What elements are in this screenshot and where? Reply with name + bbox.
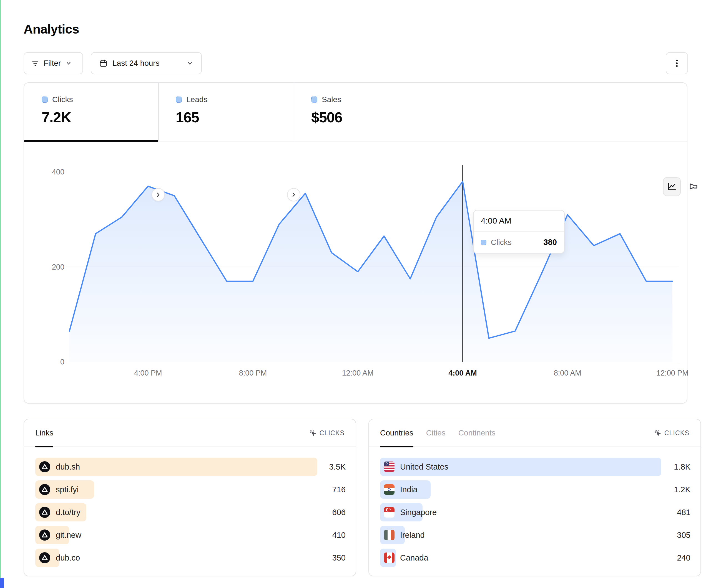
cursor-click-icon <box>309 429 317 437</box>
countries-metric-selector[interactable]: CLICKS <box>654 429 689 437</box>
links-metric-label: CLICKS <box>320 429 345 437</box>
countries-panel: Countries Cities Continents CLICKS Unite… <box>368 419 701 576</box>
tab-continents[interactable]: Continents <box>458 419 496 447</box>
x-axis-tick-label: 4:00 AM <box>448 369 477 377</box>
stats-tabs-row: Clicks 7.2K Leads 165 Sales $506 <box>24 83 687 141</box>
list-item[interactable]: git.new410 <box>35 526 346 544</box>
row-value: 350 <box>332 549 346 567</box>
list-item[interactable]: Canada240 <box>380 549 690 567</box>
x-axis-tick-label: 4:00 PM <box>134 369 162 377</box>
analytics-card: Clicks 7.2K Leads 165 Sales $506 <box>24 82 687 404</box>
tab-continents-label: Continents <box>458 429 496 437</box>
cursor-click-icon <box>654 429 662 437</box>
tab-sales[interactable]: Sales $506 <box>294 83 488 141</box>
list-item[interactable]: United States1.8K <box>380 458 690 476</box>
row-content: Canada <box>384 549 428 567</box>
row-value: 606 <box>332 503 346 521</box>
funnel-chart-icon <box>689 182 698 191</box>
row-label: Canada <box>400 553 428 563</box>
row-label: dub.sh <box>56 462 80 472</box>
tooltip-value: 380 <box>544 238 557 247</box>
clicks-legend-icon <box>42 96 48 103</box>
corner-accent <box>0 578 4 588</box>
clicks-area-fill <box>69 181 672 362</box>
row-value: 1.2K <box>674 480 690 499</box>
tab-cities[interactable]: Cities <box>426 419 446 447</box>
list-item[interactable]: India1.2K <box>380 480 690 499</box>
list-item[interactable]: dub.sh3.5K <box>35 458 346 476</box>
tab-cities-label: Cities <box>426 429 446 437</box>
chart-tooltip: 4:00 AM Clicks 380 <box>473 210 565 253</box>
list-item[interactable]: Ireland305 <box>380 526 690 544</box>
date-range-label: Last 24 hours <box>112 59 159 68</box>
list-item[interactable]: spti.fyi716 <box>35 480 346 499</box>
tooltip-time: 4:00 AM <box>474 210 564 232</box>
links-metric-selector[interactable]: CLICKS <box>309 429 345 437</box>
clicks-time-series-chart[interactable]: 0200400 4:00 PM8:00 PM12:00 AM4:00 AM8:0… <box>24 150 688 404</box>
chevron-right-icon <box>290 191 297 198</box>
sales-legend-icon <box>311 96 317 103</box>
stat-value: 165 <box>176 109 294 126</box>
tab-countries[interactable]: Countries <box>380 419 413 447</box>
row-value: 240 <box>677 549 690 567</box>
tooltip-series-label: Clicks <box>491 238 512 247</box>
row-content: Ireland <box>384 526 425 544</box>
stat-value: 7.2K <box>42 109 158 126</box>
row-content: dub.sh <box>39 458 80 476</box>
x-axis-tick-label: 8:00 PM <box>239 369 267 377</box>
row-value: 1.8K <box>674 458 690 476</box>
stat-label: Clicks <box>52 95 73 104</box>
more-options-button[interactable] <box>666 52 688 74</box>
list-item[interactable]: dub.co350 <box>35 549 346 567</box>
list-item[interactable]: d.to/try606 <box>35 503 346 521</box>
row-label: git.new <box>56 530 81 540</box>
countries-metric-label: CLICKS <box>664 429 689 437</box>
row-label: India <box>400 485 417 494</box>
dub-logo-icon <box>39 552 50 563</box>
kebab-menu-icon <box>673 59 681 68</box>
row-label: United States <box>400 462 448 472</box>
flag-in-icon <box>384 484 394 495</box>
row-content: d.to/try <box>39 503 81 521</box>
next-metric-button[interactable] <box>287 188 300 201</box>
tab-leads[interactable]: Leads 165 <box>158 83 294 141</box>
list-item[interactable]: Singapore481 <box>380 503 690 521</box>
stat-label: Leads <box>186 95 208 104</box>
row-value: 716 <box>332 480 346 499</box>
row-value: 3.5K <box>329 458 346 476</box>
tab-links[interactable]: Links <box>35 419 53 447</box>
stat-label: Sales <box>322 95 341 104</box>
row-value: 410 <box>332 526 346 544</box>
row-label: Singapore <box>400 508 437 517</box>
links-panel-header: Links CLICKS <box>24 420 356 447</box>
clicks-legend-icon <box>481 240 487 245</box>
chevron-down-icon <box>186 60 194 67</box>
row-label: d.to/try <box>56 508 81 517</box>
tab-countries-label: Countries <box>380 429 413 437</box>
row-content: United States <box>384 458 448 476</box>
leads-legend-icon <box>176 96 182 103</box>
x-axis-tick-label: 12:00 AM <box>342 369 374 377</box>
flag-sg-icon <box>384 507 394 518</box>
page-title: Analytics <box>24 22 79 37</box>
row-content: spti.fyi <box>39 480 79 499</box>
filter-button[interactable]: Filter <box>24 52 83 74</box>
countries-list: United States1.8KIndia1.2KSingapore481Ir… <box>380 458 690 571</box>
next-metric-button[interactable] <box>152 188 165 201</box>
links-list: dub.sh3.5Kspti.fyi716d.to/try606git.new4… <box>35 458 346 571</box>
row-content: dub.co <box>39 549 80 567</box>
links-panel: Links CLICKS dub.sh3.5Kspti.fyi716d.to/t… <box>24 419 356 576</box>
row-label: spti.fyi <box>56 485 79 494</box>
tab-clicks[interactable]: Clicks 7.2K <box>24 83 158 141</box>
left-edge-accent <box>0 0 1 588</box>
svg-text:0: 0 <box>60 358 64 366</box>
svg-text:400: 400 <box>52 168 64 176</box>
dub-logo-icon <box>39 461 50 472</box>
active-tab-underline <box>24 140 158 142</box>
row-content: git.new <box>39 526 81 544</box>
flag-ca-icon <box>384 552 394 563</box>
date-range-button[interactable]: Last 24 hours <box>91 52 202 74</box>
analytics-page: Analytics Filter Last 24 hours <box>0 0 711 588</box>
table-view-button[interactable] <box>706 177 711 196</box>
stat-value: $506 <box>311 109 488 126</box>
